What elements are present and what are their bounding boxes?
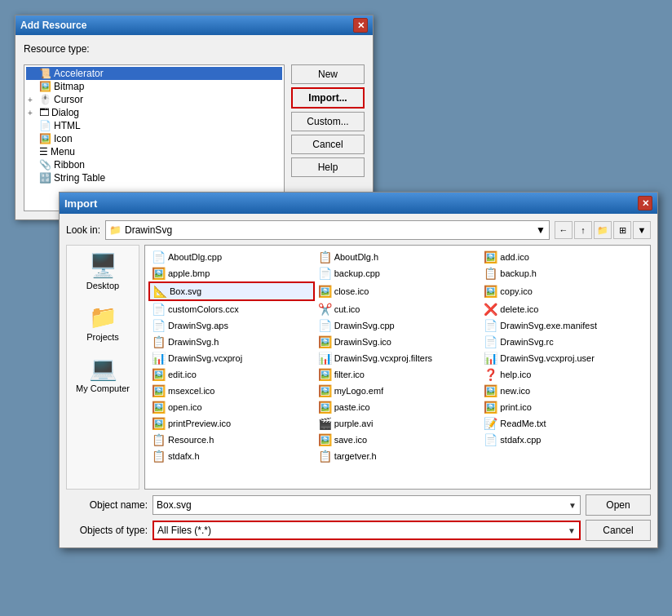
objects-of-type-arrow[interactable]: ▼ xyxy=(568,526,576,535)
import-button[interactable]: Import... xyxy=(291,87,365,109)
import-cancel-button[interactable]: Cancel xyxy=(586,520,651,541)
list-item[interactable]: ❌delete.ico xyxy=(480,301,647,317)
object-name-label: Object name: xyxy=(66,499,148,511)
list-item[interactable]: 📄backup.cpp xyxy=(315,265,481,281)
list-item[interactable]: 📋DrawinSvg.h xyxy=(148,334,315,350)
list-item[interactable]: 🖼️new.ico xyxy=(480,383,647,399)
help-button[interactable]: Help xyxy=(291,157,365,177)
list-item[interactable]: 🖼️apple.bmp xyxy=(148,265,315,281)
file-list-panel[interactable]: 📄AboutDlg.cpp📋AboutDlg.h🖼️add.ico🖼️apple… xyxy=(144,245,651,490)
sidebar-item-my-computer[interactable]: 💻 My Computer xyxy=(70,352,135,397)
list-item[interactable]: 🖼️open.ico xyxy=(148,399,315,415)
expand-icon xyxy=(28,69,39,78)
add-resource-close-btn[interactable]: ✕ xyxy=(353,18,368,33)
file-name: open.ico xyxy=(168,402,202,412)
list-item[interactable]: 📄DrawinSvg.exe.manifest xyxy=(480,317,647,334)
tree-item-dialog[interactable]: + 🗔 Dialog xyxy=(26,106,282,119)
file-icon: 🖼️ xyxy=(318,335,332,348)
list-item[interactable]: 🖼️copy.ico xyxy=(480,281,647,301)
open-button[interactable]: Open xyxy=(586,494,651,516)
back-button[interactable]: ← xyxy=(555,221,573,239)
resource-tree-panel[interactable]: 📜 Accelerator 🖼️ Bitmap + 🖱️ Cursor + 🗔 xyxy=(24,64,285,211)
file-name: delete.ico xyxy=(500,304,538,314)
list-item[interactable]: 🖼️save.ico xyxy=(315,432,481,448)
objects-of-type-label: Objects of type: xyxy=(66,525,148,536)
list-item[interactable]: 📄DrawinSvg.cpp xyxy=(315,317,481,334)
sidebar-desktop-label: Desktop xyxy=(86,281,119,290)
desktop-icon: 🖥️ xyxy=(89,252,117,279)
list-item[interactable]: 🖼️paste.ico xyxy=(315,399,481,415)
file-icon: ✂️ xyxy=(318,303,332,316)
list-item[interactable]: 🖼️filter.ico xyxy=(315,366,481,383)
list-item[interactable]: 🖼️printPreview.ico xyxy=(148,415,315,432)
file-icon: 📋 xyxy=(152,335,166,348)
file-name: DrawinSvg.h xyxy=(168,337,219,347)
list-item[interactable]: 📄DrawinSvg.rc xyxy=(480,334,647,350)
tree-item-cursor[interactable]: + 🖱️ Cursor xyxy=(26,93,282,106)
sidebar-item-desktop[interactable]: 🖥️ Desktop xyxy=(70,249,135,294)
objects-of-type-combo[interactable]: All Files (*.*) ▼ xyxy=(153,521,581,540)
list-item[interactable]: 📊DrawinSvg.vcxproj.user xyxy=(480,350,647,366)
list-item[interactable]: 📊DrawinSvg.vcxproj.filters xyxy=(315,350,481,366)
file-icon: 🖼️ xyxy=(484,250,497,264)
list-item[interactable]: 📐Box.svg xyxy=(148,281,315,301)
list-item[interactable]: 📋Resource.h xyxy=(148,432,315,448)
tree-item-ribbon[interactable]: 📎 Ribbon xyxy=(26,158,282,171)
file-icon: ❓ xyxy=(484,368,497,381)
combo-dropdown-arrow[interactable]: ▼ xyxy=(536,224,546,236)
look-in-value: DrawinSvg xyxy=(125,224,172,236)
object-name-arrow[interactable]: ▼ xyxy=(568,501,577,510)
tree-item-bitmap[interactable]: 🖼️ Bitmap xyxy=(26,80,282,93)
list-item[interactable]: 🎬purple.avi xyxy=(315,415,481,432)
list-item[interactable]: 📝ReadMe.txt xyxy=(480,415,647,432)
up-button[interactable]: ↑ xyxy=(574,221,592,239)
sidebar-item-projects[interactable]: 📁 Projects xyxy=(70,300,135,345)
list-item[interactable]: 📋backup.h xyxy=(480,265,647,281)
list-item[interactable]: 📋stdafx.h xyxy=(148,448,315,464)
tree-item-menu[interactable]: ☰ Menu xyxy=(26,145,282,158)
import-cancel-area: Cancel xyxy=(586,520,651,541)
list-item[interactable]: ❓help.ico xyxy=(480,366,647,383)
view-button[interactable]: ⊞ xyxy=(613,221,631,239)
list-item[interactable]: 📄DrawinSvg.aps xyxy=(148,317,315,334)
custom-button[interactable]: Custom... xyxy=(291,112,365,131)
list-item[interactable]: 📋AboutDlg.h xyxy=(315,249,481,265)
list-item[interactable]: 🖼️close.ico xyxy=(315,281,481,301)
file-icon: 📄 xyxy=(484,433,497,446)
import-close-btn[interactable]: ✕ xyxy=(638,196,652,211)
tree-item-accelerator[interactable]: 📜 Accelerator xyxy=(26,67,282,80)
file-name: cut.ico xyxy=(334,304,360,314)
list-item[interactable]: 🖼️edit.ico xyxy=(148,366,315,383)
file-icon: 🖼️ xyxy=(318,433,332,446)
file-name: stdafx.h xyxy=(168,451,200,461)
import-titlebar: Import ✕ xyxy=(60,193,657,214)
list-item[interactable]: 🖼️myLogo.emf xyxy=(315,383,481,399)
new-folder-button[interactable]: 📁 xyxy=(594,221,612,239)
tree-item-icon[interactable]: 🖼️ Icon xyxy=(26,132,282,145)
list-item[interactable]: 🖼️add.ico xyxy=(480,249,647,265)
tree-item-html[interactable]: 📄 HTML xyxy=(26,119,282,132)
object-name-row: Object name: Box.svg ▼ Open xyxy=(66,494,651,516)
list-item[interactable]: 🖼️msexcel.ico xyxy=(148,383,315,399)
file-name: DrawinSvg.cpp xyxy=(334,321,395,330)
objects-of-type-row: Objects of type: All Files (*.*) ▼ Cance… xyxy=(66,520,651,541)
import-toolbar: ← ↑ 📁 ⊞ ▼ xyxy=(555,221,651,239)
view-dropdown-button[interactable]: ▼ xyxy=(633,221,651,239)
new-button[interactable]: New xyxy=(291,64,365,84)
list-item[interactable]: ✂️cut.ico xyxy=(315,301,481,317)
tree-item-string-table[interactable]: 🔡 String Table xyxy=(26,171,282,184)
list-item[interactable]: 📊DrawinSvg.vcxproj xyxy=(148,350,315,366)
list-item[interactable]: 📋targetver.h xyxy=(315,448,481,464)
file-name: AboutDlg.h xyxy=(334,252,378,262)
expand-icon xyxy=(28,82,39,91)
file-name: DrawinSvg.aps xyxy=(168,321,228,330)
list-item[interactable]: 📄stdafx.cpp xyxy=(480,432,647,448)
list-item[interactable]: 🖼️print.ico xyxy=(480,399,647,415)
list-item[interactable]: 📄AboutDlg.cpp xyxy=(148,249,315,265)
look-in-combo[interactable]: 📁 DrawinSvg ▼ xyxy=(105,220,550,240)
object-name-combo[interactable]: Box.svg ▼ xyxy=(153,495,581,515)
file-name: save.ico xyxy=(334,435,367,445)
cancel-button[interactable]: Cancel xyxy=(291,135,365,154)
list-item[interactable]: 📄customColors.ccx xyxy=(148,301,315,317)
list-item[interactable]: 🖼️DrawinSvg.ico xyxy=(315,334,481,350)
